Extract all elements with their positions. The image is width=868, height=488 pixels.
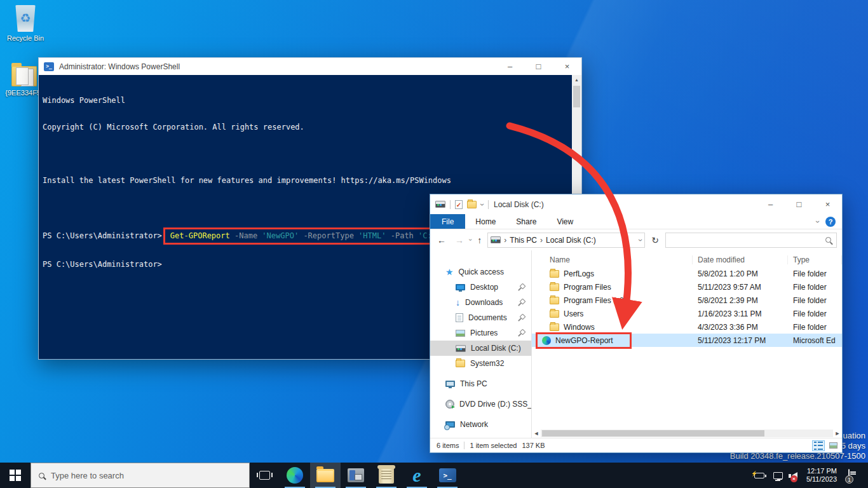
- folder-icon: [550, 283, 559, 291]
- internet-explorer-icon: e: [412, 466, 421, 485]
- scroll-left-icon[interactable]: ◄: [532, 430, 541, 437]
- tab-file[interactable]: File: [430, 214, 465, 229]
- taskbar-search-input[interactable]: Type here to search: [31, 463, 250, 488]
- table-row[interactable]: PerfLogs 5/8/2021 1:20 PM File folder: [532, 267, 842, 280]
- network-icon: [445, 421, 455, 428]
- taskbar-app-server-manager[interactable]: [341, 463, 371, 488]
- new-folder-icon[interactable]: [467, 201, 477, 208]
- tab-view[interactable]: View: [546, 214, 583, 229]
- highlight-box-file: NewGPO-Report: [536, 332, 632, 349]
- action-center-button[interactable]: 1: [848, 470, 850, 481]
- task-view-icon: [259, 471, 270, 480]
- taskbar-app-internet-explorer[interactable]: e: [402, 463, 432, 488]
- search-input[interactable]: [665, 233, 837, 248]
- address-dropdown-icon[interactable]: ›: [636, 239, 645, 241]
- minimize-button[interactable]: –: [756, 194, 785, 214]
- properties-icon[interactable]: ✓: [455, 200, 463, 209]
- explorer-titlebar[interactable]: ✓ › Local Disk (C:) – □ ×: [430, 194, 842, 214]
- sidebar-item-pictures[interactable]: Pictures: [430, 325, 531, 341]
- sidebar-item-quick-access[interactable]: ★ Quick access: [430, 264, 531, 280]
- param-reporttype: -ReportType: [303, 231, 353, 240]
- sidebar-item-dvd-drive[interactable]: DVD Drive (D:) SSS_X6: [430, 396, 531, 412]
- forward-icon[interactable]: →: [452, 235, 467, 245]
- back-icon[interactable]: ←: [434, 235, 449, 245]
- help-icon[interactable]: ?: [825, 217, 836, 227]
- search-icon: [39, 473, 44, 478]
- column-header-type[interactable]: Type: [788, 255, 842, 264]
- taskbar-app-group-policy[interactable]: [371, 463, 402, 488]
- value-name: 'NewGPO': [262, 231, 299, 240]
- quick-access-icon: ★: [445, 268, 454, 276]
- folder-icon: [550, 310, 559, 318]
- taskbar-clock[interactable]: 12:17 PM 5/11/2023: [806, 467, 837, 484]
- thumbnail-view-button[interactable]: [827, 440, 839, 451]
- taskbar-app-powershell[interactable]: >_: [432, 463, 463, 488]
- sidebar-item-system32[interactable]: System32: [430, 356, 531, 371]
- item-count: 6 items: [437, 442, 459, 449]
- powershell-titlebar[interactable]: >_ Administrator: Windows PowerShell – □…: [39, 58, 581, 75]
- quick-access-toolbar: ✓ ›: [435, 200, 489, 209]
- horizontal-scrollbar[interactable]: ◄ ►: [532, 429, 842, 438]
- minimize-button[interactable]: –: [496, 58, 524, 75]
- desktop-icon-recycle-bin[interactable]: Recycle Bin: [1, 5, 50, 42]
- tab-share[interactable]: Share: [506, 214, 546, 229]
- table-row[interactable]: Program Files 5/11/2023 9:57 AM File fol…: [532, 280, 842, 294]
- sidebar-item-downloads[interactable]: ↓ Downloads: [430, 295, 531, 310]
- prompt: PS C:\Users\Administrator>: [43, 260, 162, 269]
- recycle-bin-label: Recycle Bin: [7, 34, 44, 42]
- navigation-pane: ★ Quick access Desktop ↓ Downloads Docum…: [430, 250, 532, 438]
- breadcrumb-this-pc[interactable]: This PC: [510, 236, 537, 245]
- refresh-icon[interactable]: ↻: [648, 235, 663, 245]
- breadcrumb-local-disk[interactable]: Local Disk (C:): [546, 236, 596, 245]
- explorer-window: ✓ › Local Disk (C:) – □ × File Home Shar…: [430, 194, 843, 453]
- start-button[interactable]: [0, 463, 31, 488]
- selection-size: 137 KB: [522, 442, 545, 449]
- pin-icon: [518, 330, 525, 337]
- file-explorer-icon: [316, 469, 334, 482]
- sidebar-item-local-disk[interactable]: Local Disk (C:): [430, 341, 531, 356]
- recent-locations-icon[interactable]: ›: [467, 239, 474, 241]
- drive-icon: [435, 201, 445, 208]
- task-view-button[interactable]: [250, 463, 280, 488]
- maximize-button[interactable]: □: [524, 58, 553, 75]
- volume-muted-icon[interactable]: ×: [792, 472, 797, 478]
- maximize-button[interactable]: □: [785, 194, 813, 214]
- battery-icon[interactable]: [754, 473, 764, 478]
- scrollbar-thumb[interactable]: [542, 430, 764, 437]
- downloads-icon: ↓: [456, 298, 460, 307]
- address-box[interactable]: › This PC › Local Disk (C:) ›: [487, 233, 645, 248]
- column-header-name[interactable]: Name: [532, 255, 693, 264]
- status-bar: 6 items 1 item selected 137 KB: [430, 438, 842, 452]
- network-icon[interactable]: [773, 472, 783, 479]
- folder-icon: [550, 270, 559, 278]
- console-line: Copyright (C) Microsoft Corporation. All…: [43, 123, 581, 132]
- taskbar-app-edge[interactable]: [280, 463, 310, 488]
- details-view-button[interactable]: [812, 440, 825, 451]
- sidebar-item-desktop[interactable]: Desktop: [430, 280, 531, 295]
- this-pc-icon: [445, 381, 455, 387]
- table-row[interactable]: Users 1/16/2023 3:11 PM File folder: [532, 307, 842, 320]
- scroll-up-icon[interactable]: ▲: [572, 75, 581, 85]
- tab-home[interactable]: Home: [465, 214, 506, 229]
- taskbar-app-file-explorer[interactable]: [310, 463, 341, 488]
- system-tray: × 12:17 PM 5/11/2023 1: [754, 463, 868, 488]
- folder-icon: [550, 323, 559, 331]
- scrollbar-thumb[interactable]: [573, 86, 580, 107]
- qat-customize-icon[interactable]: ›: [478, 203, 487, 206]
- table-row[interactable]: Program Files (x86) 5/8/2021 2:39 PM Fil…: [532, 294, 842, 307]
- pin-icon: [518, 284, 525, 291]
- folder-icon: [550, 297, 559, 304]
- sidebar-item-this-pc[interactable]: This PC: [430, 376, 531, 391]
- up-icon[interactable]: ↑: [474, 235, 485, 245]
- table-row-selected[interactable]: NewGPO-Report 5/11/2023 12:17 PM Microso…: [532, 334, 842, 347]
- close-button[interactable]: ×: [553, 58, 581, 75]
- expand-ribbon-icon[interactable]: ›: [813, 220, 822, 223]
- sidebar-item-documents[interactable]: Documents: [430, 310, 531, 325]
- pin-icon: [518, 299, 525, 306]
- drive-icon: [491, 236, 501, 243]
- sidebar-item-network[interactable]: Network: [430, 417, 531, 432]
- notification-badge: 1: [845, 475, 853, 484]
- column-header-date[interactable]: Date modified: [693, 255, 788, 264]
- scroll-right-icon[interactable]: ►: [833, 430, 842, 437]
- close-button[interactable]: ×: [813, 194, 842, 214]
